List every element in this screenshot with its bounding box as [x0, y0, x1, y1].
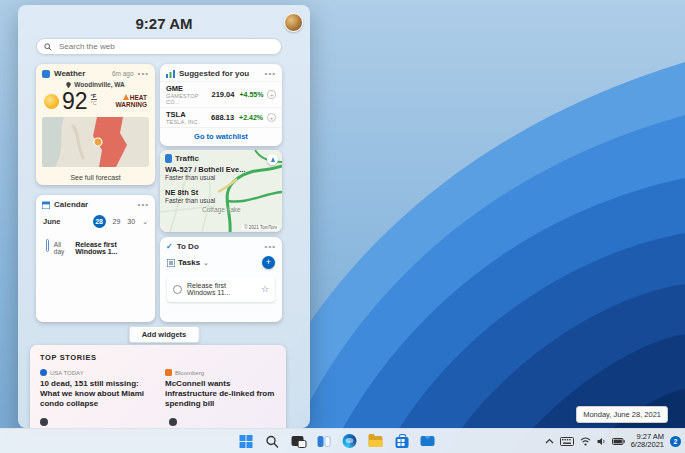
go-to-watchlist-link[interactable]: Go to watchlist	[160, 127, 282, 145]
calendar-title: Calendar	[54, 200, 88, 209]
unit-celsius[interactable]: °C	[91, 100, 97, 106]
todo-menu-icon[interactable]: •••	[265, 244, 276, 250]
desktop: 9:27 AM Weather 6m ago ••• Woodinville, …	[0, 0, 685, 453]
todo-title: To Do	[177, 242, 199, 251]
weather-updated: 6m ago	[112, 70, 134, 77]
calendar-day-28[interactable]: 28	[93, 215, 106, 228]
traffic-route-status: Faster than usual	[165, 174, 277, 182]
task-item[interactable]: Release first Windows 11... ☆	[167, 276, 275, 302]
calendar-day-29[interactable]: 29	[113, 218, 121, 225]
top-stories-heading: TOP STORIES	[40, 353, 276, 362]
calendar-expand-icon[interactable]: ⌄	[142, 218, 148, 226]
heat-warning-badge: HEAT WARNING	[116, 94, 147, 108]
story-source-icon	[40, 418, 48, 426]
stock-price: 688.13	[211, 113, 234, 122]
stocks-title: Suggested for you	[179, 69, 249, 78]
taskbar-search-button[interactable]	[263, 433, 280, 450]
task-checkbox[interactable]	[173, 285, 182, 294]
date-tooltip: Monday, June 28, 2021	[576, 406, 668, 423]
todo-widget[interactable]: ✓ To Do ••• Tasks ⌄ + Release first Wind…	[160, 237, 282, 322]
news-story[interactable]: USA TODAY 10 dead, 151 still missing: Wh…	[40, 369, 151, 409]
weather-icon	[42, 70, 50, 78]
calendar-day-30[interactable]: 30	[127, 218, 135, 225]
mail-icon	[421, 436, 435, 446]
tray-date: 6/28/2021	[631, 441, 664, 449]
stocks-widget[interactable]: Suggested for you ••• GME GAMESTOP CO...…	[160, 64, 282, 146]
volume-icon[interactable]	[597, 437, 606, 446]
traffic-widget[interactable]: Traffic WA-527 / Bothell Eve... Faster t…	[160, 150, 282, 232]
map-compass-icon[interactable]	[267, 154, 278, 165]
add-task-button[interactable]: +	[262, 256, 275, 269]
widgets-icon	[317, 436, 330, 447]
traffic-light-icon	[165, 154, 172, 163]
store-button[interactable]	[393, 433, 410, 450]
calendar-event[interactable]: All day Release first Windows 1...	[36, 228, 155, 255]
widgets-button[interactable]	[315, 433, 332, 450]
story-source: Bloomberg	[175, 370, 204, 376]
news-story[interactable]: Bloomberg McConnell wants infrastructure…	[165, 369, 276, 409]
event-title: Release first Windows 1...	[75, 241, 147, 255]
stock-change: +4.55%	[239, 91, 263, 98]
star-icon[interactable]: ☆	[261, 285, 269, 293]
task-view-icon	[292, 436, 304, 446]
traffic-title: Traffic	[175, 154, 199, 163]
temperature-value: 92	[62, 90, 88, 112]
weather-widget[interactable]: Weather 6m ago ••• Woodinville, WA 92 °F…	[36, 64, 155, 185]
stock-company: GAMESTOP CO...	[166, 93, 212, 105]
stock-company: TESLA, INC.	[166, 119, 200, 125]
notification-badge[interactable]: 2	[670, 436, 681, 447]
task-title: Release first Windows 11...	[187, 282, 256, 296]
tasks-list-icon	[167, 259, 175, 267]
taskbar: 9:27 AM 6/28/2021 2	[0, 428, 685, 453]
stock-row-tsla[interactable]: TSLA TESLA, INC. 688.13 +2.42% +	[160, 107, 282, 127]
add-widgets-button[interactable]: Add widgets	[129, 326, 200, 343]
unit-fahrenheit[interactable]: °F	[91, 93, 97, 100]
sunny-icon	[44, 94, 59, 109]
show-hidden-icons-chevron[interactable]	[545, 438, 554, 444]
calendar-month: June	[43, 217, 61, 226]
usa-today-icon	[40, 369, 47, 376]
stocks-menu-icon[interactable]: •••	[265, 71, 276, 77]
map-attribution: © 2021 TomTom	[242, 225, 279, 230]
calendar-widget[interactable]: Calendar ••• June 28 29 30 ⌄ All day Rel…	[36, 195, 155, 322]
search-input[interactable]	[57, 41, 274, 52]
edge-button[interactable]	[341, 433, 358, 450]
event-indicator	[46, 239, 49, 252]
wifi-icon[interactable]	[580, 437, 591, 446]
web-search-box[interactable]	[36, 38, 282, 55]
add-to-watchlist-icon[interactable]: +	[267, 90, 276, 99]
news-feed-card: TOP STORIES USA TODAY 10 dead, 151 still…	[30, 345, 286, 428]
stock-change: +2.42%	[239, 114, 263, 121]
weather-menu-icon[interactable]: •••	[138, 71, 149, 77]
calendar-menu-icon[interactable]: •••	[138, 202, 149, 208]
traffic-route-name: WA-527 / Bothell Eve...	[165, 165, 277, 174]
event-time: All day	[54, 241, 70, 255]
map-place-label: Cottage Lake	[202, 206, 241, 213]
user-avatar[interactable]	[284, 13, 303, 32]
weather-map[interactable]	[42, 117, 149, 167]
weather-location: Woodinville, WA	[74, 81, 124, 88]
tasks-dropdown-icon[interactable]: ⌄	[203, 259, 209, 267]
weather-forecast-link[interactable]: See full forecast	[36, 174, 155, 181]
stock-symbol: TSLA	[166, 110, 200, 119]
battery-icon[interactable]	[612, 438, 625, 445]
traffic-route-status: Faster than usual	[165, 197, 277, 205]
stock-row-gme[interactable]: GME GAMESTOP CO... 219.04 +4.55% +	[160, 81, 282, 107]
windows-logo-icon	[239, 435, 252, 448]
add-to-watchlist-icon[interactable]: +	[267, 113, 276, 122]
search-icon	[44, 43, 52, 51]
tasks-list-name[interactable]: Tasks	[178, 258, 200, 267]
start-button[interactable]	[237, 433, 254, 450]
stock-price: 219.04	[212, 90, 235, 99]
bloomberg-icon	[165, 369, 172, 376]
store-icon	[395, 437, 408, 448]
file-explorer-button[interactable]	[367, 433, 384, 450]
touch-keyboard-icon[interactable]	[560, 437, 574, 446]
taskbar-clock[interactable]: 9:27 AM 6/28/2021	[631, 433, 664, 449]
story-headline: McConnell wants infrastructure de-linked…	[165, 379, 276, 409]
task-view-button[interactable]	[289, 433, 306, 450]
panel-clock: 9:27 AM	[18, 15, 310, 32]
weather-title: Weather	[54, 69, 85, 78]
widgets-panel: 9:27 AM Weather 6m ago ••• Woodinville, …	[18, 5, 310, 428]
mail-button[interactable]	[419, 433, 436, 450]
